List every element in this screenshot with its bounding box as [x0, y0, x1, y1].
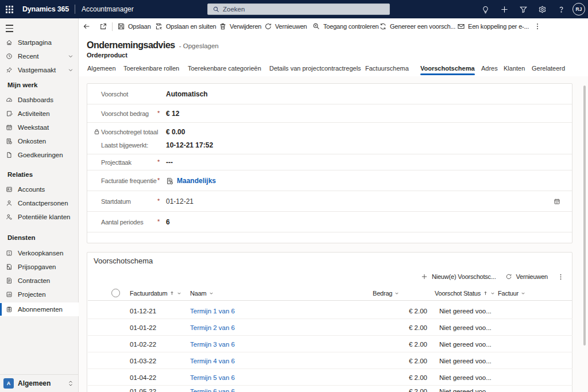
sidebar-item-verkoopkansen[interactable]: Verkoopkansen — [0, 246, 79, 260]
area-switcher[interactable]: A Algemeen — [0, 374, 78, 392]
cell-naam-link[interactable]: Termijn 1 van 6 — [190, 302, 235, 319]
sidebar-item-weekstaat[interactable]: Weekstaat — [0, 121, 79, 134]
grid-row-3[interactable]: 01-02-22 Termijn 3 van 6 € 2.00 Niet ger… — [88, 336, 572, 352]
tab-factuurschema[interactable]: Factuurschema — [365, 60, 409, 76]
email-link-button[interactable]: Een koppeling per e-... — [457, 19, 529, 34]
column-label: Naam — [190, 290, 207, 297]
app-name[interactable]: Accountmanager — [82, 5, 134, 13]
field-value[interactable]: € 12 — [166, 110, 179, 118]
commandbar-separator — [112, 22, 113, 31]
grid-row-2[interactable]: 01-01-22 Termijn 2 van 6 € 2.00 Niet ger… — [88, 319, 572, 336]
cell-naam-link[interactable]: Termijn 5 van 6 — [190, 369, 235, 386]
back-button[interactable] — [79, 19, 94, 34]
column-header-factuur[interactable]: Factuur — [498, 285, 525, 301]
settings-gear-button[interactable] — [533, 0, 552, 18]
field-row-voorschot: Voorschot Automatisch — [87, 84, 572, 104]
field-value[interactable]: Automatisch — [166, 90, 208, 98]
more-commands-button[interactable] — [531, 19, 544, 34]
sidebar-item-projecten[interactable]: Projecten — [0, 288, 79, 301]
cell-voorschot-status: Niet gereed voo... — [439, 319, 492, 336]
save-label: Opslaan — [128, 23, 151, 30]
expand-form-button[interactable] — [95, 19, 111, 34]
tab-toerekenbare-rollen[interactable]: Toerekenbare rollen — [123, 60, 179, 76]
refresh-button[interactable]: Vernieuwen — [264, 19, 307, 34]
save-close-icon — [155, 22, 163, 30]
cell-bedrag: € 2.00 — [341, 319, 427, 336]
column-header-bedrag[interactable]: Bedrag — [373, 285, 399, 301]
search-placeholder: Zoeken — [223, 6, 245, 13]
sidebar-item-potentiele-klanten[interactable]: Potentiële klanten — [0, 210, 79, 224]
grid-row-1[interactable]: 01-12-21 Termijn 1 van 6 € 2.00 Niet ger… — [88, 302, 572, 319]
grid-row-5[interactable]: 01-04-22 Termijn 5 van 6 € 2.00 Niet ger… — [88, 369, 572, 386]
check-access-button[interactable]: Toegang controleren — [312, 19, 379, 34]
subgrid-toolbar: Nieuw(e) Voorschotsc... Vernieuwen — [416, 270, 566, 283]
frequency-link[interactable]: Maandelijks — [177, 177, 216, 185]
subgrid-new-button[interactable]: Nieuw(e) Voorschotsc... — [416, 270, 501, 283]
cell-naam-link[interactable]: Termijn 3 van 6 — [190, 336, 235, 352]
grid-row-6[interactable]: 01-05-22 Termijn 6 van 6 € 2.00 Niet ger… — [88, 386, 572, 392]
tab-voorschotschema[interactable]: Voorschotschema — [420, 60, 475, 76]
vertical-scrollbar-thumb[interactable] — [583, 86, 586, 346]
tab-klanten[interactable]: Klanten — [504, 60, 525, 76]
subgrid-more-button[interactable] — [555, 270, 566, 283]
column-header-naam[interactable]: Naam — [190, 285, 214, 301]
sidebar-item-recent[interactable]: Recent — [0, 49, 79, 63]
brand-title[interactable]: Dynamics 365 — [22, 5, 69, 13]
frequency-lookup[interactable]: Maandelijks — [166, 177, 216, 185]
cell-factuurdatum: 01-05-22 — [130, 386, 156, 392]
save-and-close-button[interactable]: Opslaan en sluiten — [155, 19, 216, 34]
sidebar-group-relaties: Relaties — [7, 171, 33, 178]
sidebar-item-prijsopgaven[interactable]: Prijsopgaven — [0, 260, 79, 274]
cell-naam-link[interactable]: Termijn 2 van 6 — [190, 319, 235, 336]
sidebar-item-label: Contracten — [18, 277, 50, 284]
filter-button[interactable] — [514, 0, 533, 18]
sidebar-item-contracten[interactable]: Contracten — [0, 274, 79, 288]
date-picker-icon[interactable] — [554, 198, 560, 205]
cell-factuurdatum: 01-03-22 — [130, 352, 156, 369]
sidebar-item-startpagina[interactable]: Startpagina — [0, 36, 79, 49]
column-header-factuurdatum[interactable]: Factuurdatum — [130, 285, 181, 301]
cell-naam-link[interactable]: Termijn 4 van 6 — [190, 352, 235, 369]
sidebar-item-accounts[interactable]: Accounts — [0, 183, 79, 196]
column-header-voorschot-status[interactable]: Voorschot Status — [435, 285, 495, 301]
save-icon — [117, 22, 125, 30]
sidebar-item-label: Projecten — [18, 291, 46, 298]
tab-gerelateerd[interactable]: Gerelateerd — [532, 60, 565, 76]
app-root: Dynamics 365 Accountmanager Zoeken — [0, 0, 588, 392]
plus-button[interactable] — [495, 0, 514, 18]
user-avatar[interactable]: RJ — [572, 3, 585, 15]
cell-factuurdatum: 01-12-21 — [130, 302, 156, 319]
field-value[interactable]: 01-12-21 — [166, 197, 194, 205]
tab-details-projectcontractregels[interactable]: Details van projectcontractregels — [269, 60, 361, 76]
grid-row-4[interactable]: 01-03-22 Termijn 4 van 6 € 2.00 Niet ger… — [88, 352, 572, 369]
tab-algemeen[interactable]: Algemeen — [87, 60, 116, 76]
select-all-radio[interactable] — [111, 289, 120, 297]
sidebar-item-label: Startpagina — [18, 39, 52, 46]
app-launcher-button[interactable] — [0, 0, 18, 18]
sort-ascending-icon — [483, 290, 488, 296]
tab-adres[interactable]: Adres — [481, 60, 498, 76]
save-button[interactable]: Opslaan — [117, 19, 151, 34]
sidebar-item-contactpersonen[interactable]: Contactpersonen — [0, 196, 79, 210]
cell-naam-link[interactable]: Termijn 6 van 6 — [190, 386, 235, 392]
sidebar-item-abonnementen[interactable]: Abonnementen — [0, 302, 79, 316]
sidebar-item-vastgemaakt[interactable]: Vastgemaakt — [0, 63, 79, 77]
card-bottom-spacer — [87, 232, 572, 243]
chevron-down-icon[interactable] — [68, 53, 74, 59]
sitemap-collapse-button[interactable] — [6, 25, 20, 32]
subgrid-refresh-button[interactable]: Vernieuwen — [501, 270, 553, 283]
sidebar-item-goedkeuringen[interactable]: Goedkeuringen — [0, 148, 79, 162]
global-search-input[interactable]: Zoeken — [207, 3, 390, 15]
lightbulb-button[interactable] — [476, 0, 495, 18]
field-value[interactable]: 6 — [166, 218, 170, 226]
delete-button[interactable]: Verwijderen — [219, 19, 261, 34]
sidebar-item-dashboards[interactable]: Dashboards — [0, 93, 79, 107]
tab-toerekenbare-categorieen[interactable]: Toerekenbare categorieën — [188, 60, 261, 76]
field-row-startdatum: Startdatum * 01-12-21 — [87, 191, 572, 212]
help-button[interactable] — [552, 0, 571, 18]
field-value[interactable]: --- — [166, 158, 173, 166]
sidebar-item-activiteiten[interactable]: Activiteiten — [0, 107, 79, 121]
sidebar-item-onkosten[interactable]: Onkosten — [0, 134, 79, 148]
chevron-down-icon[interactable] — [68, 67, 74, 73]
generate-advance-button[interactable]: Genereer een voorsch... — [379, 19, 455, 34]
